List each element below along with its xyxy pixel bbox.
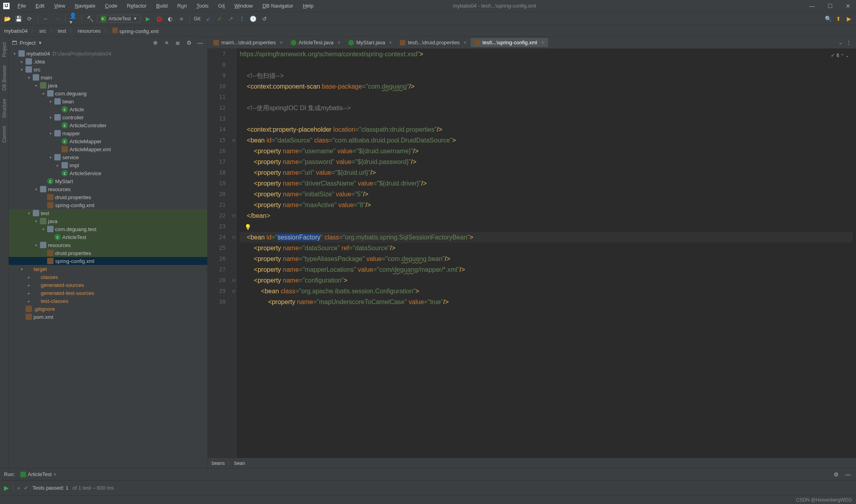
sync-icon[interactable]: ⟳ [26, 15, 34, 23]
menu-db-navigator[interactable]: DB Navigator [258, 1, 297, 10]
line-number[interactable]: 30 [208, 296, 230, 307]
close-button[interactable]: ✕ [843, 3, 853, 9]
tree-item[interactable]: ▾java [9, 81, 207, 89]
build-icon[interactable]: 🔨 [86, 15, 94, 23]
line-number[interactable]: 9 [208, 70, 230, 81]
menu-window[interactable]: Window [230, 1, 257, 10]
chevron-icon[interactable]: ▾ [41, 227, 46, 231]
code-line[interactable]: <bean class="org.apache.ibatis.session.C… [240, 286, 853, 296]
code-line[interactable]: <property name="url" value="${druid.url}… [240, 167, 853, 178]
code-line[interactable]: <property name="configuration"> [240, 275, 853, 286]
tree-item[interactable]: pom.xml [9, 313, 207, 321]
more-icon[interactable]: » [17, 485, 20, 491]
fold-handle[interactable] [231, 178, 236, 189]
toolwindow-commit[interactable]: Commit [2, 122, 7, 146]
close-icon[interactable]: × [338, 40, 340, 45]
code-line[interactable]: <property name="password" value="${druid… [240, 156, 853, 167]
chevron-icon[interactable]: ▸ [26, 283, 31, 287]
breadcrumb-item[interactable]: src [39, 28, 46, 34]
breadcrumb-item[interactable]: resources [78, 28, 101, 34]
editor-tab[interactable]: test\...\spring-config.xml× [471, 38, 548, 47]
line-number[interactable]: 13 [208, 113, 230, 124]
fold-handle[interactable] [231, 103, 236, 113]
fold-handle[interactable] [231, 296, 236, 307]
chevron-icon[interactable]: ▸ [55, 163, 60, 168]
tree-item[interactable]: cMyStart [9, 177, 207, 185]
close-icon[interactable]: × [389, 40, 392, 45]
line-number[interactable]: 7 [208, 49, 230, 59]
tree-item[interactable]: spring-config.xml [9, 257, 207, 265]
line-number[interactable]: 16 [208, 146, 230, 156]
chevron-up-icon[interactable]: ⌃ [841, 50, 844, 61]
menu-tools[interactable]: Tools [193, 1, 213, 10]
close-icon[interactable]: × [464, 40, 467, 45]
line-number[interactable]: 11 [208, 92, 230, 103]
chevron-icon[interactable]: ▾ [12, 51, 17, 56]
editor-tab[interactable]: MyStart.java× [344, 38, 396, 47]
line-number[interactable]: 25 [208, 243, 230, 253]
tabs-dropdown-icon[interactable]: ⌄ [838, 40, 842, 45]
tree-item[interactable]: cArticleMapper [9, 137, 207, 145]
menu-edit[interactable]: Edit [32, 1, 48, 10]
tree-item[interactable]: ▾service [9, 153, 207, 161]
code-line[interactable]: <property name="dataSource" ref="dataSou… [240, 243, 853, 253]
fold-handle[interactable]: ⊟ [231, 210, 236, 221]
line-number[interactable]: 19 [208, 178, 230, 189]
project-tree[interactable]: ▾mybatis04D:\JavaProject\mybatis04▸.idea… [9, 49, 207, 468]
line-number[interactable]: 10 [208, 81, 230, 92]
fold-handle[interactable] [231, 146, 236, 156]
code-line[interactable]: <property name="username" value="${druid… [240, 146, 853, 156]
menu-build[interactable]: Build [152, 1, 172, 10]
tree-item[interactable]: ▾mapper [9, 129, 207, 137]
fold-handle[interactable] [231, 243, 236, 253]
search-icon[interactable]: 🔍 [824, 15, 832, 23]
code-editor[interactable]: ✔ 6 ⌃ ⌄ https://springframework.org/sche… [236, 49, 856, 458]
tree-item[interactable]: ▾controller [9, 113, 207, 121]
fold-handle[interactable] [231, 92, 236, 103]
tree-item[interactable]: ▸generated-sources [9, 281, 207, 289]
fold-handle[interactable]: ⊟ [231, 232, 236, 243]
editor-crumb[interactable]: beans [212, 461, 225, 466]
editor-tab[interactable]: ArticleTest.java× [287, 38, 344, 47]
code-line[interactable]: <bean id="sessionFactory" class="org.myb… [240, 232, 853, 243]
code-line[interactable] [240, 221, 853, 232]
git-commit-icon[interactable]: ✓ [216, 15, 224, 23]
ide-updates-icon[interactable]: ⬆ [834, 15, 842, 23]
breadcrumb-item[interactable]: test [58, 28, 66, 34]
code-line[interactable]: <property name="typeAliasesPackage" valu… [240, 253, 853, 264]
line-number[interactable]: 20 [208, 189, 230, 200]
debug-button[interactable]: 🐞 [155, 15, 163, 23]
locate-icon[interactable]: ⊕ [151, 39, 159, 47]
git-branch-icon[interactable]: ⤴ [238, 15, 246, 23]
chevron-icon[interactable]: ▾ [41, 91, 46, 96]
fold-handle[interactable] [231, 264, 236, 275]
fold-handle[interactable] [231, 70, 236, 81]
hide-icon[interactable]: — [196, 39, 204, 47]
chevron-icon[interactable]: ▾ [48, 155, 53, 160]
tree-item[interactable]: ▾resources [9, 185, 207, 193]
line-number[interactable]: 17 [208, 156, 230, 167]
tree-item[interactable]: ▾com.deguang.test [9, 225, 207, 233]
expand-icon[interactable]: ≡ [163, 39, 171, 47]
git-push-icon[interactable]: ↗ [227, 15, 235, 23]
run-hide-icon[interactable]: — [844, 470, 852, 478]
line-number[interactable]: 14 [208, 124, 230, 135]
toolwindow-structure[interactable]: Structure [2, 95, 7, 122]
code-line[interactable]: https://springframework.org/schema/conte… [240, 49, 853, 59]
save-icon[interactable]: 💾 [14, 15, 22, 23]
open-icon[interactable]: 📂 [3, 15, 11, 23]
line-number[interactable]: 23 [208, 221, 230, 232]
fold-handle[interactable]: ⊟ [231, 135, 236, 146]
tree-item[interactable]: spring-config.xml [9, 201, 207, 209]
line-number[interactable]: 22 [208, 210, 230, 221]
chevron-icon[interactable]: ▸ [26, 275, 31, 279]
back-icon[interactable]: ← [42, 15, 50, 23]
fold-handle[interactable] [231, 189, 236, 200]
run-config-select[interactable]: ArticleTest ▼ [97, 15, 141, 23]
tabs-more-icon[interactable]: ⋮ [846, 40, 851, 45]
tree-item[interactable]: ▾bean [9, 97, 207, 105]
line-number[interactable]: 12 [208, 103, 230, 113]
tree-item[interactable]: druid.properties [9, 193, 207, 201]
fold-handle[interactable] [231, 124, 236, 135]
error-stripe[interactable] [850, 49, 856, 458]
